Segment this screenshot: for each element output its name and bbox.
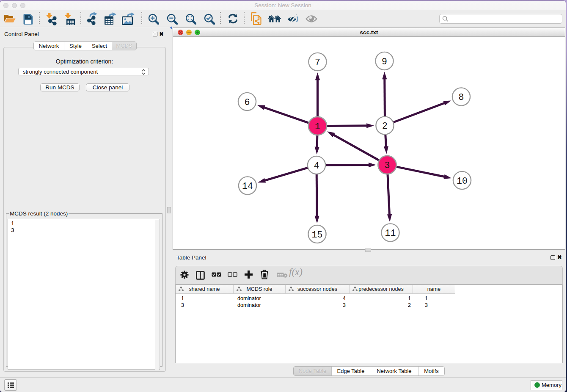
svg-text:7: 7 [315,58,320,68]
svg-text:14: 14 [242,181,253,191]
svg-text:11: 11 [385,228,396,238]
svg-text:3: 3 [385,160,390,171]
svg-text:6: 6 [245,97,250,108]
svg-text:9: 9 [382,57,387,67]
svg-text:10: 10 [457,176,468,186]
svg-text:4: 4 [314,161,319,171]
svg-text:1: 1 [315,121,320,132]
svg-text:15: 15 [312,230,323,240]
svg-text:8: 8 [459,92,464,102]
svg-text:2: 2 [382,121,388,131]
